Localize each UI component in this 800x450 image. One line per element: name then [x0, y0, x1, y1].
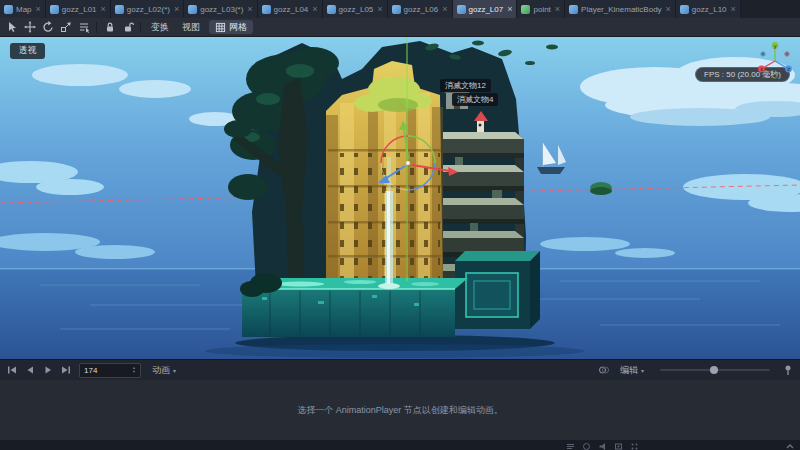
zoom-slider-handle[interactable]	[710, 366, 718, 374]
scene-tab-player-kinematicbody[interactable]: Player_KinematicBody ×	[565, 0, 676, 18]
close-icon[interactable]: ×	[36, 5, 41, 14]
spinbox-arrows-icon[interactable]: ▲▼	[132, 366, 136, 375]
scene-icon	[50, 5, 59, 14]
close-icon[interactable]: ×	[666, 5, 671, 14]
lock-icon	[104, 21, 116, 33]
transform-menu-button[interactable]: 变换	[145, 20, 175, 35]
scene-icon	[569, 5, 578, 14]
status-bar-icon[interactable]	[566, 442, 575, 450]
chevron-down-icon: ▾	[641, 367, 644, 374]
close-icon[interactable]: ×	[247, 5, 252, 14]
skip-to-start-icon	[6, 364, 18, 376]
node-tooltip: 消减文物4	[452, 93, 498, 106]
scene-tab-gozz-l02[interactable]: gozz_L02(*) ×	[111, 0, 184, 18]
scene-icon	[680, 5, 689, 14]
scene-tab-label: Map	[16, 5, 32, 14]
select-tool-button[interactable]	[3, 20, 20, 35]
animation-empty-message: 选择一个 AnimationPlayer 节点以创建和编辑动画。	[297, 404, 503, 417]
close-icon[interactable]: ×	[731, 5, 736, 14]
animation-toolbar: 174 ▲▼ 动画 ▾ 编辑 ▾	[0, 359, 800, 380]
scene-icon	[4, 5, 13, 14]
status-bar	[0, 440, 800, 450]
play-button[interactable]	[40, 362, 56, 378]
scene-tab-label: gozz_L04	[274, 5, 309, 14]
close-icon[interactable]: ×	[377, 5, 382, 14]
select-cursor-icon	[6, 21, 18, 33]
godot-editor: Map × gozz_L01 × gozz_L02(*) × gozz_L03(…	[0, 0, 800, 450]
scene-tab-gozz-l05[interactable]: gozz_L05 ×	[323, 0, 388, 18]
current-frame-spinbox[interactable]: 174 ▲▼	[79, 363, 141, 378]
skip-to-end-icon	[60, 364, 72, 376]
rotate-icon	[42, 21, 54, 33]
grid-icon	[215, 22, 226, 33]
lock-tool-button[interactable]	[101, 20, 118, 35]
close-icon[interactable]: ×	[174, 5, 179, 14]
status-bar-icon[interactable]	[614, 442, 623, 450]
view-menu-button[interactable]: 视图	[176, 20, 206, 35]
scene-tab-label: gozz_L05	[339, 5, 374, 14]
animation-menu-button[interactable]: 动画 ▾	[146, 363, 182, 378]
rotate-tool-button[interactable]	[39, 20, 56, 35]
view-menu-label: 视图	[182, 21, 200, 34]
perspective-menu-button[interactable]: 透视	[10, 43, 45, 59]
mesh-menu-label: 网格	[229, 21, 247, 34]
scene-tab-point[interactable]: point ×	[517, 0, 565, 18]
close-icon[interactable]: ×	[312, 5, 317, 14]
mesh-menu-button[interactable]: 网格	[209, 20, 253, 34]
unlock-tool-button[interactable]	[119, 20, 136, 35]
status-bar-icon[interactable]	[582, 442, 591, 450]
scene-tab-label: gozz_L02(*)	[127, 5, 170, 14]
play-icon	[42, 364, 54, 376]
list-select-tool-button[interactable]	[75, 20, 92, 35]
scene-tab-label: point	[533, 5, 550, 14]
close-icon[interactable]: ×	[507, 5, 512, 14]
play-backwards-button[interactable]	[22, 362, 38, 378]
scene-tab-label: gozz_L07	[469, 5, 504, 14]
node-tooltip: 消减文物12	[440, 79, 491, 92]
scene-icon	[457, 5, 466, 14]
scene-icon	[392, 5, 401, 14]
close-icon[interactable]: ×	[555, 5, 560, 14]
play-backwards-icon	[24, 364, 36, 376]
unlock-icon	[122, 21, 134, 33]
status-bar-icon[interactable]	[630, 442, 639, 450]
scene-tab-gozz-l06[interactable]: gozz_L06 ×	[388, 0, 453, 18]
scene-tab-label: gozz_L01	[62, 5, 97, 14]
toolbar-separator	[96, 22, 97, 33]
scene-icon	[327, 5, 336, 14]
onion-skinning-button[interactable]	[596, 362, 612, 378]
frame-value: 174	[84, 366, 97, 375]
timeline-zoom-slider[interactable]	[660, 369, 770, 371]
close-icon[interactable]: ×	[442, 5, 447, 14]
axis-x-label: x	[760, 66, 763, 72]
axis-y-label: y	[774, 43, 777, 49]
move-tool-button[interactable]	[21, 20, 38, 35]
status-bar-icon[interactable]	[598, 442, 607, 450]
axis-z-label: z	[787, 66, 790, 72]
scale-icon	[60, 21, 72, 33]
scene-tab-gozz-l04[interactable]: gozz_L04 ×	[258, 0, 323, 18]
scene-tab-gozz-l07-active[interactable]: gozz_L07 ×	[453, 0, 518, 18]
expand-bottom-panel-icon[interactable]	[785, 442, 795, 450]
onion-skin-icon	[598, 364, 610, 376]
scale-tool-button[interactable]	[57, 20, 74, 35]
edit-menu-button[interactable]: 编辑 ▾	[614, 363, 650, 378]
scene-tab-gozz-l10[interactable]: gozz_L10 ×	[676, 0, 741, 18]
3d-viewport[interactable]: 透视 FPS : 50 (20.00 毫秒) y x z 消减文物12 消减文物…	[0, 37, 800, 359]
view-axis-gizmo[interactable]: y x z	[754, 38, 796, 82]
close-icon[interactable]: ×	[101, 5, 106, 14]
pin-panel-button[interactable]	[780, 362, 796, 378]
play-from-start-button[interactable]	[4, 362, 20, 378]
animation-panel-body: 选择一个 AnimationPlayer 节点以创建和编辑动画。	[0, 380, 800, 440]
scene-tab-map[interactable]: Map ×	[0, 0, 46, 18]
scene-tab-label: Player_KinematicBody	[581, 5, 661, 14]
play-from-end-button[interactable]	[58, 362, 74, 378]
scene-tab-label: gozz_L10	[692, 5, 727, 14]
scene-tab-gozz-l01[interactable]: gozz_L01 ×	[46, 0, 111, 18]
node-icon	[521, 5, 530, 14]
pin-icon	[782, 364, 794, 376]
scene-icon	[115, 5, 124, 14]
scene-tab-gozz-l03[interactable]: gozz_L03(*) ×	[184, 0, 257, 18]
scene-icon	[188, 5, 197, 14]
scene-icon	[262, 5, 271, 14]
